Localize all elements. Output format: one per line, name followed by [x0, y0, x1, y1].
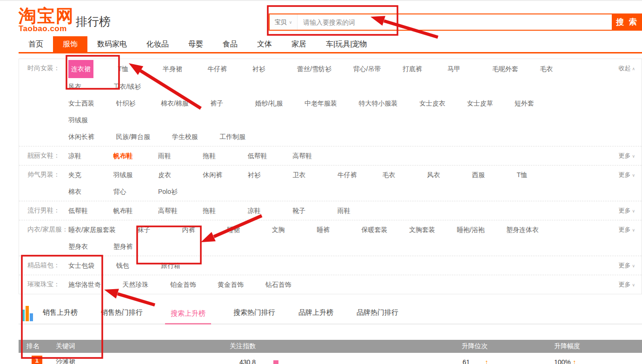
- category-item[interactable]: 文胸套装: [409, 222, 435, 238]
- category-item[interactable]: 高帮鞋: [158, 203, 181, 219]
- category-item[interactable]: 黄金首饰: [218, 277, 244, 293]
- category-item[interactable]: 背心: [113, 184, 136, 200]
- category-item[interactable]: 背心/吊带: [353, 61, 381, 77]
- category-item[interactable]: 皮衣: [158, 167, 181, 183]
- category-item[interactable]: 打底裤: [403, 61, 426, 77]
- category-item[interactable]: 蕾丝/雪纺衫: [297, 61, 331, 77]
- category-item[interactable]: 袜子: [137, 222, 160, 238]
- keyword-cell[interactable]: 沙滩裙: [46, 358, 186, 364]
- category-item[interactable]: 拖鞋: [203, 203, 226, 219]
- logo-cn-text[interactable]: 淘宝网: [19, 7, 74, 25]
- nav-tab-cosmetics[interactable]: 化妆品: [137, 36, 179, 52]
- category-item-selected[interactable]: 连衣裙: [68, 60, 93, 78]
- category-item[interactable]: 工作制服: [219, 129, 245, 145]
- category-item[interactable]: 毛衣: [540, 61, 563, 77]
- category-item[interactable]: 夹克: [68, 167, 92, 183]
- nav-tab-food[interactable]: 食品: [213, 36, 247, 52]
- category-item[interactable]: 女士皮草: [467, 95, 493, 112]
- category-item[interactable]: 裤子: [210, 95, 233, 112]
- collapse-link[interactable]: 收起∧: [618, 61, 635, 76]
- category-item[interactable]: T恤: [118, 61, 141, 77]
- tab-brand-hot[interactable]: 品牌热门排行: [356, 304, 399, 324]
- category-item[interactable]: 低帮鞋: [68, 203, 92, 219]
- category-item[interactable]: 塑身裤: [113, 238, 136, 255]
- nav-tab-home-goods[interactable]: 家居: [282, 36, 316, 52]
- category-item[interactable]: 毛呢外套: [492, 61, 518, 77]
- category-item[interactable]: 低帮鞋: [248, 148, 271, 164]
- search-button[interactable]: 搜 索: [612, 14, 642, 30]
- category-item[interactable]: 衬衫: [252, 61, 276, 77]
- category-item[interactable]: 学生校服: [172, 129, 198, 145]
- nav-tab-culture[interactable]: 文体: [247, 36, 282, 52]
- category-item[interactable]: 帆布鞋: [113, 203, 136, 219]
- category-item[interactable]: 民族/舞台服: [116, 129, 150, 145]
- category-item[interactable]: 女士皮衣: [419, 95, 445, 112]
- category-item[interactable]: Polo衫: [158, 184, 181, 200]
- search-category-dropdown[interactable]: 宝贝 ∨: [270, 14, 298, 30]
- category-item[interactable]: 牛仔裤: [338, 167, 361, 183]
- category-item[interactable]: 短外套: [515, 95, 538, 112]
- category-item-highlighted[interactable]: 帆布鞋: [113, 148, 136, 164]
- nav-tab-home[interactable]: 首页: [19, 36, 53, 52]
- category-item[interactable]: 雨鞋: [338, 203, 361, 219]
- taobao-logo[interactable]: 淘宝网 Taobao.com: [19, 7, 74, 33]
- category-item[interactable]: 马甲: [447, 61, 470, 77]
- category-item[interactable]: 塑身连体衣: [506, 222, 539, 238]
- category-item[interactable]: 旅行箱: [161, 258, 184, 274]
- category-item[interactable]: 棉衣: [68, 184, 92, 200]
- category-item[interactable]: 凉鞋: [68, 148, 92, 164]
- category-item[interactable]: 靴子: [292, 203, 316, 219]
- nav-tab-digital[interactable]: 数码家电: [87, 36, 137, 52]
- category-item[interactable]: 拖鞋: [203, 148, 226, 164]
- category-item[interactable]: 毛衣: [382, 167, 405, 183]
- category-item[interactable]: 女士西装: [68, 95, 94, 112]
- category-item[interactable]: 凉鞋: [248, 203, 271, 219]
- category-item[interactable]: 塑身衣: [68, 238, 92, 255]
- tab-search-hot[interactable]: 搜索热门排行: [232, 304, 276, 324]
- category-item[interactable]: 天然珍珠: [122, 277, 148, 293]
- category-item[interactable]: 女士包袋: [68, 258, 94, 274]
- category-item[interactable]: 睡裙: [227, 222, 250, 238]
- search-input[interactable]: [298, 14, 612, 30]
- category-item[interactable]: 铂金首饰: [170, 277, 196, 293]
- more-link[interactable]: 更多∨: [618, 258, 635, 273]
- nav-tab-baby[interactable]: 母婴: [179, 36, 213, 52]
- category-item[interactable]: 雨鞋: [158, 148, 181, 164]
- more-link[interactable]: 更多∨: [618, 148, 635, 164]
- category-item[interactable]: 牛仔裤: [207, 61, 231, 77]
- category-item[interactable]: 半身裙: [163, 61, 186, 77]
- category-item[interactable]: T恤: [517, 167, 540, 183]
- category-item[interactable]: 文胸: [272, 222, 295, 238]
- category-item[interactable]: 钱包: [116, 258, 139, 274]
- category-item[interactable]: 高帮鞋: [292, 148, 316, 164]
- nav-tab-car-toys-pets[interactable]: 车|玩具|宠物: [316, 36, 377, 52]
- category-item[interactable]: 棉衣/棉服: [161, 95, 189, 112]
- more-link[interactable]: 更多∨: [618, 203, 635, 218]
- category-item[interactable]: 施华洛世奇: [68, 277, 101, 293]
- tab-search-rising[interactable]: 搜索上升榜: [165, 305, 211, 324]
- table-row[interactable]: 1 沙滩裙 430.8 61↑ 100%↑: [19, 353, 642, 364]
- category-item[interactable]: 休闲裤: [203, 167, 226, 183]
- category-item[interactable]: 婚纱/礼服: [255, 95, 283, 112]
- category-item[interactable]: 卫衣/绒衫: [113, 79, 141, 95]
- more-link[interactable]: 更多∨: [618, 222, 635, 238]
- category-item[interactable]: 钻石首饰: [265, 277, 291, 293]
- category-item[interactable]: 衬衫: [248, 167, 271, 183]
- category-item[interactable]: 卫衣: [292, 167, 316, 183]
- category-item[interactable]: 内裤: [182, 222, 205, 238]
- nav-tab-apparel[interactable]: 服饰: [53, 36, 87, 52]
- logo-en-text[interactable]: Taobao.com: [19, 24, 74, 33]
- tab-sales-rising[interactable]: 销售上升榜: [42, 304, 79, 324]
- category-item[interactable]: 睡衣/家居服套装: [68, 222, 116, 238]
- category-item[interactable]: 羽绒服: [113, 167, 136, 183]
- category-item[interactable]: 羽绒服: [68, 112, 92, 128]
- category-item[interactable]: 针织衫: [116, 95, 139, 112]
- tab-sales-hot[interactable]: 销售热门排行: [100, 304, 144, 324]
- category-item[interactable]: 风衣: [427, 167, 450, 183]
- category-item[interactable]: 睡裤: [317, 222, 340, 238]
- more-link[interactable]: 更多∨: [618, 277, 635, 292]
- more-link[interactable]: 更多∨: [618, 167, 635, 183]
- category-item[interactable]: 风衣: [68, 79, 92, 95]
- category-item[interactable]: 睡袍/浴袍: [457, 222, 485, 238]
- category-item[interactable]: 特大特小服装: [359, 95, 398, 112]
